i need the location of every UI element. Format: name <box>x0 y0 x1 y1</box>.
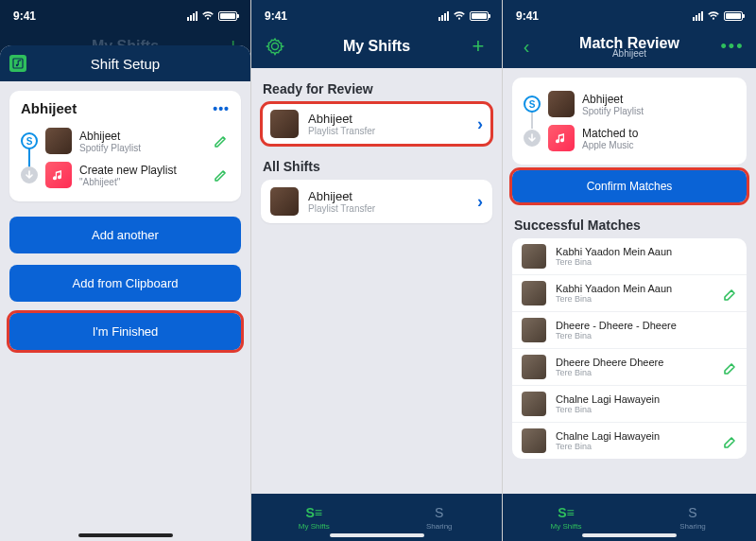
add-another-button[interactable]: Add another <box>9 217 241 253</box>
more-menu-icon[interactable]: ••• <box>720 34 745 59</box>
home-indicator[interactable] <box>78 533 173 537</box>
screen-shift-setup: My Shifts + 9:41 Shift Setup <box>0 0 251 541</box>
section-ready-label: Ready for Review <box>251 74 502 102</box>
source-title: Abhijeet <box>79 130 205 143</box>
dest-subtitle: Apple Music <box>582 140 735 150</box>
nav-header: 9:41 My Shifts + <box>251 0 502 68</box>
song-artist: Tere Bina <box>556 405 713 414</box>
status-indicators <box>438 11 489 21</box>
song-thumbnail <box>522 244 546 269</box>
tab-label: My Shifts <box>299 522 330 531</box>
signal-icon <box>187 11 198 21</box>
playlist-thumbnail <box>45 128 72 154</box>
dest-title: Matched to <box>582 127 735 140</box>
more-icon[interactable]: ••• <box>213 101 230 116</box>
home-indicator[interactable] <box>330 533 424 537</box>
song-row[interactable]: Kabhi Yaadon Mein AaunTere Bina <box>512 238 747 275</box>
match-path-card: S Abhijeet Spotify Playlist <box>512 78 747 165</box>
nav-header: 9:41 ‹ Match Review Abhijeet ••• <box>503 0 756 68</box>
confirm-matches-button[interactable]: Confirm Matches <box>512 170 747 202</box>
song-row[interactable]: Kabhi Yaadon Mein AaunTere Bina <box>512 275 747 312</box>
song-row[interactable]: Dheere Dheere DheereTere Bina <box>512 349 747 386</box>
status-time: 9:41 <box>13 9 36 23</box>
item-subtitle: Playlist Transfer <box>308 203 468 214</box>
song-artist: Tere Bina <box>556 368 713 377</box>
add-from-clipboard-button[interactable]: Add from Clipboard <box>9 265 241 302</box>
destination-row: Matched to Apple Music <box>524 121 735 155</box>
playlist-icon <box>9 55 26 72</box>
sharing-tab-icon: S <box>688 505 696 520</box>
song-title: Chalne Lagi Hawayein <box>556 393 713 405</box>
song-title: Dheere - Dheere - Dheere <box>556 320 713 331</box>
add-shift-button[interactable]: + <box>466 34 490 59</box>
song-thumbnail <box>522 392 546 416</box>
playlist-thumbnail <box>548 91 575 117</box>
source-subtitle: Spotify Playlist <box>582 106 735 116</box>
sharing-tab-icon: S <box>435 505 443 520</box>
modal-title: Shift Setup <box>91 56 160 72</box>
match-edit-icon <box>722 396 737 411</box>
edit-icon[interactable] <box>213 132 230 149</box>
signal-icon <box>693 11 703 21</box>
song-row[interactable]: Chalne Lagi HawayeinTere Bina <box>512 386 747 423</box>
song-thumbnail <box>522 355 546 379</box>
wifi-icon <box>453 11 466 21</box>
source-row[interactable]: S Abhijeet Spotify Playlist <box>21 124 230 158</box>
apple-music-icon <box>45 162 72 188</box>
match-edit-icon <box>722 323 737 338</box>
song-thumbnail <box>522 281 546 305</box>
match-edit-icon[interactable] <box>722 286 737 301</box>
tab-label: My Shifts <box>551 522 582 531</box>
song-artist: Tere Bina <box>556 331 713 340</box>
item-title: Abhijeet <box>308 189 468 203</box>
song-title: Kabhi Yaadon Mein Aaun <box>556 246 713 257</box>
chevron-right-icon: › <box>477 114 483 134</box>
screen-match-review: 9:41 ‹ Match Review Abhijeet ••• <box>503 0 756 541</box>
song-row[interactable]: Dheere - Dheere - DheereTere Bina <box>512 312 747 349</box>
match-edit-icon[interactable] <box>722 359 737 375</box>
status-bar: 9:41 <box>0 0 250 32</box>
battery-icon <box>724 11 743 21</box>
source-subtitle: Spotify Playlist <box>79 143 205 153</box>
shifts-tab-icon: S≡ <box>558 505 575 520</box>
settings-icon[interactable] <box>263 34 287 59</box>
all-shifts-item[interactable]: Abhijeet Playlist Transfer › <box>261 180 492 223</box>
song-artist: Tere Bina <box>556 442 713 451</box>
match-edit-icon <box>722 249 737 264</box>
song-row[interactable]: Chalne Lagi HawayeinTere Bina <box>512 423 747 459</box>
item-subtitle: Playlist Transfer <box>308 126 468 136</box>
wifi-icon <box>201 11 215 21</box>
match-edit-icon[interactable] <box>722 433 737 448</box>
song-title: Chalne Lagi Hawayein <box>556 430 713 442</box>
section-all-label: All Shifts <box>251 151 502 180</box>
song-thumbnail <box>522 428 546 453</box>
spotify-badge-icon: S <box>524 96 541 113</box>
battery-icon <box>218 11 237 21</box>
home-indicator[interactable] <box>582 533 677 537</box>
dest-subtitle: "Abhijeet" <box>79 177 205 187</box>
tab-label: Sharing <box>426 522 453 531</box>
tab-label: Sharing <box>679 522 706 531</box>
download-badge-icon <box>21 166 38 183</box>
song-title: Dheere Dheere Dheere <box>556 357 713 368</box>
section-successful-label: Successful Matches <box>503 210 756 238</box>
item-title: Abhijeet <box>308 112 468 126</box>
ready-review-item[interactable]: Abhijeet Playlist Transfer › <box>261 102 492 146</box>
shift-setup-modal: Shift Setup Abhijeet ••• S Abhijeet Spot… <box>0 45 250 541</box>
download-badge-icon <box>524 130 541 147</box>
spotify-badge-icon: S <box>21 132 38 149</box>
edit-icon[interactable] <box>213 166 230 183</box>
song-artist: Tere Bina <box>556 294 713 304</box>
page-subtitle: Abhijeet <box>612 48 646 59</box>
apple-music-icon <box>548 125 575 151</box>
shift-name: Abhijeet <box>21 100 77 116</box>
shifts-tab-icon: S≡ <box>305 505 322 520</box>
destination-row[interactable]: Create new Playlist "Abhijeet" <box>21 158 230 192</box>
status-indicators <box>187 11 237 21</box>
im-finished-button[interactable]: I'm Finished <box>9 313 241 350</box>
page-title: My Shifts <box>343 38 410 55</box>
back-button[interactable]: ‹ <box>514 34 539 59</box>
modal-header: Shift Setup <box>0 45 250 81</box>
battery-icon <box>470 11 489 21</box>
signal-icon <box>438 11 449 21</box>
